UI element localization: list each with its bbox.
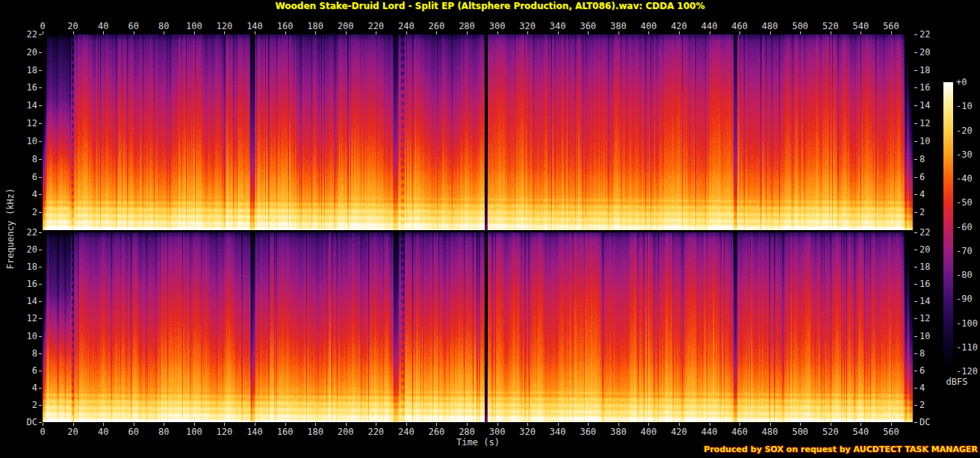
freq-tick-label: 2	[0, 400, 37, 410]
x-tick-label: 140	[240, 427, 270, 437]
x-tick-label: 80	[149, 21, 179, 31]
freq-tick-mark	[914, 34, 917, 35]
x-tick-label: 0	[28, 427, 58, 437]
db-tick-label: -10	[956, 101, 980, 111]
x-tick-label: 180	[300, 427, 330, 437]
freq-tick-label: 4	[919, 383, 949, 393]
freq-tick-mark	[39, 284, 42, 285]
freq-tick-mark	[914, 267, 917, 267]
x-tick-mark	[406, 31, 407, 34]
freq-tick-mark	[39, 87, 42, 88]
x-tick-mark	[710, 423, 710, 426]
freq-tick-mark	[914, 371, 917, 371]
x-tick-mark	[406, 423, 407, 426]
freq-tick-mark	[914, 141, 917, 142]
x-tick-label: 220	[361, 21, 391, 31]
freq-tick-mark	[914, 87, 917, 88]
freq-tick-label: 6	[919, 365, 949, 376]
db-tick-label: -30	[956, 149, 980, 160]
x-tick-mark	[800, 423, 801, 426]
freq-tick-mark	[914, 336, 917, 337]
x-tick-label: 80	[149, 427, 179, 437]
x-tick-mark	[588, 423, 589, 426]
freq-tick-label: 4	[0, 383, 37, 393]
freq-tick-mark	[39, 388, 42, 389]
x-tick-mark	[315, 423, 316, 426]
x-tick-label: 420	[664, 427, 694, 437]
x-tick-label: 380	[604, 21, 633, 31]
freq-tick-label: 8	[0, 154, 37, 164]
page-title: Wooden Stake-Druid Lord - Split EP (Alts…	[0, 1, 980, 11]
freq-tick-mark	[39, 141, 42, 142]
x-tick-label: 300	[483, 427, 512, 437]
x-tick-mark	[436, 423, 437, 426]
x-tick-mark	[224, 423, 225, 426]
freq-tick-label: 12	[0, 313, 37, 324]
x-tick-mark	[679, 31, 680, 34]
db-tick-label: -90	[956, 294, 980, 304]
x-tick-label: 360	[573, 21, 603, 31]
x-tick-label: 480	[755, 21, 785, 31]
db-tick-label: -70	[956, 246, 980, 256]
db-tick-label: -50	[956, 197, 980, 208]
x-tick-mark	[346, 423, 347, 426]
freq-tick-label: 4	[919, 189, 949, 199]
freq-tick-label: 16	[919, 82, 949, 93]
x-tick-label: 40	[88, 427, 118, 437]
x-tick-mark	[285, 423, 286, 426]
x-tick-mark	[860, 423, 861, 426]
x-tick-mark	[164, 423, 164, 426]
freq-tick-label: 22	[0, 29, 37, 40]
db-tick-label: -110	[956, 342, 980, 353]
footer-credit: Produced by SOX on request by AUCDTECT T…	[704, 445, 978, 454]
freq-tick-label: 6	[919, 172, 949, 182]
x-tick-mark	[315, 31, 316, 34]
x-tick-label: 400	[633, 427, 663, 437]
x-tick-label: 260	[421, 21, 451, 31]
x-tick-label: 460	[725, 427, 754, 437]
x-tick-label: 200	[331, 427, 361, 437]
freq-tick-mark	[39, 267, 42, 267]
x-tick-label: 380	[604, 427, 633, 437]
freq-tick-label: 4	[0, 189, 37, 199]
spectrogram-canvas	[43, 34, 914, 422]
freq-tick-label: 8	[919, 154, 949, 164]
x-tick-label: 500	[785, 21, 815, 31]
x-tick-label: 560	[876, 21, 906, 31]
freq-tick-mark	[39, 123, 42, 124]
x-tick-label: 340	[543, 427, 573, 437]
freq-tick-label: DC	[919, 417, 949, 427]
db-tick-label: +0	[956, 77, 980, 87]
x-tick-mark	[588, 31, 589, 34]
freq-tick-label: 18	[0, 65, 37, 75]
x-tick-mark	[73, 423, 74, 426]
freq-tick-mark	[39, 159, 42, 160]
freq-tick-mark	[914, 212, 917, 213]
x-tick-label: 180	[300, 21, 330, 31]
x-tick-label: 260	[421, 427, 451, 437]
x-tick-label: 200	[331, 21, 361, 31]
freq-tick-label: 12	[919, 313, 949, 324]
x-tick-label: 120	[209, 427, 239, 437]
x-tick-mark	[770, 31, 771, 34]
x-tick-mark	[436, 31, 437, 34]
db-tick-label: -100	[956, 318, 980, 329]
x-tick-mark	[194, 423, 195, 426]
freq-tick-label: 16	[0, 82, 37, 93]
freq-tick-mark	[39, 105, 42, 106]
db-tick-label: -80	[956, 270, 980, 280]
freq-tick-mark	[39, 336, 42, 337]
x-tick-label: 240	[391, 21, 421, 31]
x-tick-mark	[103, 423, 104, 426]
freq-tick-mark	[914, 422, 917, 423]
freq-tick-label: 14	[0, 296, 37, 306]
x-tick-label: 500	[785, 427, 815, 437]
freq-tick-mark	[39, 177, 42, 178]
spectrogram-figure: Wooden Stake-Druid Lord - Split EP (Alts…	[0, 0, 980, 458]
x-tick-mark	[800, 31, 801, 34]
db-tick-label: -60	[956, 222, 980, 232]
freq-tick-label: 14	[919, 296, 949, 306]
freq-tick-mark	[39, 34, 42, 35]
x-tick-label: 40	[88, 21, 118, 31]
db-tick-label: -120	[956, 366, 980, 377]
